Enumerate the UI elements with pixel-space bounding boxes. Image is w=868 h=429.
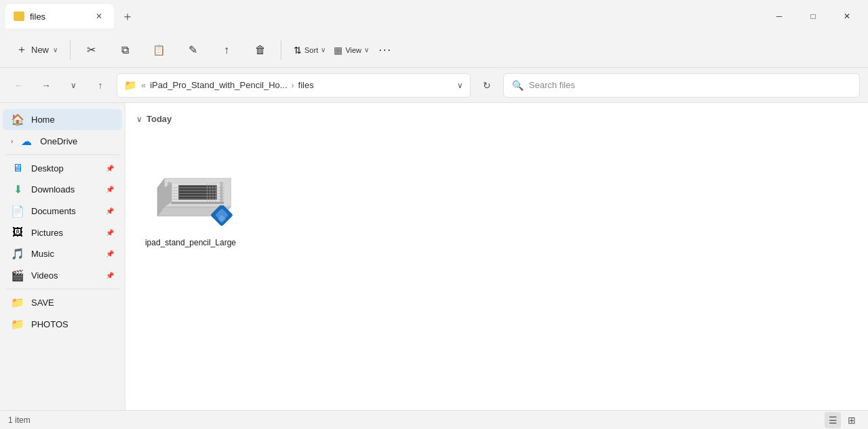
sidebar-save-label: SAVE (31, 298, 114, 308)
pictures-icon: 🖼 (11, 226, 24, 239)
sidebar-home-label: Home (31, 115, 114, 125)
more-button[interactable]: ··· (369, 35, 401, 65)
up-button[interactable]: ↑ (90, 75, 111, 96)
list-view-button[interactable]: ☰ (825, 412, 841, 428)
path-current: files (298, 80, 314, 90)
file-thumbnail-ipad-stand (143, 140, 238, 235)
new-icon: ＋ (16, 43, 27, 57)
videos-pin-icon: 📌 (106, 272, 114, 279)
sidebar-music-label: Music (31, 249, 99, 259)
active-tab[interactable]: files ✕ (5, 4, 114, 28)
downloads-pin-icon: 📌 (106, 186, 114, 193)
home-icon: 🏠 (11, 113, 24, 126)
path-chevron-icon: ∨ (457, 81, 463, 90)
cut-button[interactable]: ✂ (75, 35, 107, 65)
address-bar: ← → ∨ ↑ 📁 « iPad_Pro_Stand_with_Pencil_H… (0, 68, 868, 103)
tab-folder-icon (14, 12, 24, 21)
rename-icon: ✎ (189, 43, 197, 56)
svg-rect-6 (220, 182, 222, 203)
view-toggle: ☰ ⊞ (825, 412, 860, 428)
save-folder-icon: 📁 (11, 296, 24, 309)
rename-button[interactable]: ✎ (176, 35, 209, 65)
sort-icon: ⇅ (294, 45, 302, 56)
desktop-icon: 🖥 (11, 162, 24, 174)
sidebar-divider-1 (5, 155, 119, 155)
tab-title: files (30, 12, 87, 22)
music-icon: 🎵 (11, 247, 24, 260)
pictures-pin-icon: 📌 (106, 229, 114, 237)
sidebar-item-home[interactable]: 🏠 Home (3, 109, 122, 130)
desktop-pin-icon: 📌 (106, 165, 114, 172)
new-button[interactable]: ＋ New ∨ (8, 35, 66, 65)
grid-view-button[interactable]: ⊞ (844, 412, 860, 428)
svg-marker-16 (172, 202, 224, 204)
sidebar-divider-2 (5, 289, 119, 289)
window-controls: ─ □ ✕ (764, 5, 863, 27)
sidebar-documents-label: Documents (31, 206, 99, 216)
status-bar: 1 item ☰ ⊞ (0, 410, 868, 429)
file-name-ipad-stand: ipad_stand_pencil_Large (145, 238, 236, 247)
sidebar-item-save[interactable]: 📁 SAVE (3, 292, 122, 313)
title-bar: files ✕ ＋ ─ □ ✕ (0, 0, 868, 33)
svg-marker-4 (179, 186, 217, 200)
sort-chevron-icon: ∨ (321, 46, 326, 54)
view-chevron-icon: ∨ (364, 46, 369, 54)
share-icon: ↑ (224, 44, 229, 56)
tab-close-button[interactable]: ✕ (92, 9, 106, 23)
paste-icon: 📋 (153, 44, 165, 56)
close-button[interactable]: ✕ (831, 5, 863, 27)
sidebar-videos-label: Videos (31, 270, 99, 281)
sidebar-item-desktop[interactable]: 🖥 Desktop 📌 (3, 158, 122, 178)
documents-icon: 📄 (11, 205, 24, 218)
maximize-button[interactable]: □ (797, 5, 829, 27)
sidebar-pictures-label: Pictures (31, 228, 99, 238)
view-icon: ▦ (334, 45, 342, 56)
sidebar-desktop-label: Desktop (31, 163, 99, 173)
sidebar-item-videos[interactable]: 🎬 Videos 📌 (3, 265, 122, 286)
forward-button[interactable]: → (35, 75, 57, 96)
search-box[interactable]: 🔍 Search files (503, 73, 860, 98)
address-path[interactable]: 📁 « iPad_Pro_Stand_with_Pencil_Ho... › f… (117, 73, 471, 98)
delete-icon: 🗑 (255, 44, 266, 56)
sidebar: 🏠 Home › ☁ OneDrive 🖥 Desktop 📌 ⬇ Downlo… (0, 103, 125, 410)
recent-locations-button[interactable]: ∨ (62, 75, 84, 96)
onedrive-chevron-icon: › (11, 138, 13, 145)
minimize-button[interactable]: ─ (764, 5, 795, 27)
separator-2 (281, 41, 281, 60)
badge-container (208, 205, 235, 232)
videos-icon: 🎬 (11, 269, 24, 282)
back-button[interactable]: ← (8, 75, 30, 96)
badge-icon (208, 205, 235, 232)
sort-label: Sort (304, 46, 318, 54)
sidebar-item-documents[interactable]: 📄 Documents 📌 (3, 201, 122, 222)
refresh-button[interactable]: ↻ (476, 75, 498, 96)
file-item-ipad-stand[interactable]: ipad_stand_pencil_Large (136, 135, 245, 253)
search-placeholder: Search files (529, 80, 575, 90)
file-grid: ipad_stand_pencil_Large (136, 135, 857, 253)
sidebar-item-pictures[interactable]: 🖼 Pictures 📌 (3, 222, 122, 243)
new-label: New (31, 45, 49, 55)
copy-button[interactable]: ⧉ (108, 35, 141, 65)
cut-icon: ✂ (87, 43, 96, 56)
sidebar-item-downloads[interactable]: ⬇ Downloads 📌 (3, 179, 122, 200)
paste-button[interactable]: 📋 (142, 35, 175, 65)
delete-button[interactable]: 🗑 (244, 35, 277, 65)
sidebar-item-onedrive[interactable]: › ☁ OneDrive (3, 131, 122, 152)
sort-button[interactable]: ⇅ Sort ∨ (285, 35, 334, 65)
separator-1 (70, 41, 71, 60)
sidebar-onedrive-label: OneDrive (40, 136, 114, 146)
toolbar: ＋ New ∨ ✂ ⧉ 📋 ✎ ↑ 🗑 ⇅ Sort ∨ ▦ View ∨ ··… (0, 33, 868, 68)
main-layout: 🏠 Home › ☁ OneDrive 🖥 Desktop 📌 ⬇ Downlo… (0, 103, 868, 410)
new-tab-button[interactable]: ＋ (117, 5, 138, 27)
copy-icon: ⧉ (121, 44, 129, 56)
sidebar-item-music[interactable]: 🎵 Music 📌 (3, 243, 122, 264)
new-chevron-icon: ∨ (53, 46, 58, 54)
onedrive-icon: ☁ (20, 135, 33, 148)
section-chevron-icon[interactable]: ∨ (136, 115, 142, 124)
view-button[interactable]: ▦ View ∨ (335, 42, 368, 58)
share-button[interactable]: ↑ (210, 35, 243, 65)
sidebar-downloads-label: Downloads (31, 184, 99, 195)
section-header-today: ∨ Today (136, 114, 857, 124)
status-item-count: 1 item (8, 415, 31, 425)
sidebar-item-photos[interactable]: 📁 PHOTOS (3, 314, 122, 335)
